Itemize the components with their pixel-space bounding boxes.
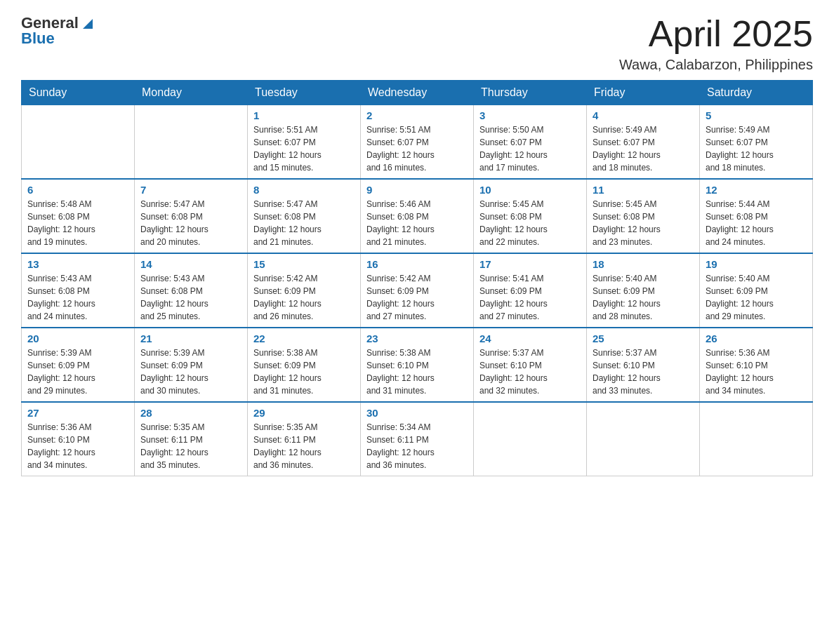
calendar-cell: 13Sunrise: 5:43 AM Sunset: 6:08 PM Dayli… <box>22 253 135 328</box>
calendar-cell <box>700 402 813 476</box>
calendar-header-thursday: Thursday <box>474 81 587 105</box>
calendar-cell: 9Sunrise: 5:46 AM Sunset: 6:08 PM Daylig… <box>361 179 474 253</box>
calendar-week-row: 6Sunrise: 5:48 AM Sunset: 6:08 PM Daylig… <box>22 179 813 253</box>
day-info: Sunrise: 5:49 AM Sunset: 6:07 PM Dayligh… <box>706 123 807 174</box>
day-info: Sunrise: 5:42 AM Sunset: 6:09 PM Dayligh… <box>253 272 355 323</box>
calendar-cell: 27Sunrise: 5:36 AM Sunset: 6:10 PM Dayli… <box>22 402 135 476</box>
calendar-header-tuesday: Tuesday <box>248 81 361 105</box>
calendar-cell: 26Sunrise: 5:36 AM Sunset: 6:10 PM Dayli… <box>700 328 813 402</box>
logo: General Blue <box>21 14 95 48</box>
day-number: 13 <box>27 258 128 270</box>
calendar-cell: 4Sunrise: 5:49 AM Sunset: 6:07 PM Daylig… <box>587 105 700 180</box>
logo-triangle-icon <box>80 16 95 32</box>
calendar-header-row: SundayMondayTuesdayWednesdayThursdayFrid… <box>22 81 813 105</box>
calendar-cell: 12Sunrise: 5:44 AM Sunset: 6:08 PM Dayli… <box>700 179 813 253</box>
day-number: 28 <box>140 407 241 419</box>
calendar-title: April 2025 <box>619 14 813 54</box>
calendar-cell <box>22 105 135 180</box>
calendar-cell: 21Sunrise: 5:39 AM Sunset: 6:09 PM Dayli… <box>135 328 248 402</box>
day-number: 6 <box>27 184 128 196</box>
calendar-cell: 6Sunrise: 5:48 AM Sunset: 6:08 PM Daylig… <box>22 179 135 253</box>
day-info: Sunrise: 5:41 AM Sunset: 6:09 PM Dayligh… <box>479 272 581 323</box>
day-info: Sunrise: 5:35 AM Sunset: 6:11 PM Dayligh… <box>140 421 241 471</box>
day-number: 25 <box>593 333 694 344</box>
day-info: Sunrise: 5:47 AM Sunset: 6:08 PM Dayligh… <box>253 198 355 248</box>
day-info: Sunrise: 5:34 AM Sunset: 6:11 PM Dayligh… <box>366 421 468 471</box>
day-info: Sunrise: 5:39 AM Sunset: 6:09 PM Dayligh… <box>27 347 128 397</box>
day-number: 16 <box>366 258 468 270</box>
day-number: 9 <box>366 184 468 196</box>
calendar-header-monday: Monday <box>135 81 248 105</box>
day-number: 21 <box>140 333 241 344</box>
calendar-cell: 17Sunrise: 5:41 AM Sunset: 6:09 PM Dayli… <box>474 253 587 328</box>
calendar-cell: 8Sunrise: 5:47 AM Sunset: 6:08 PM Daylig… <box>248 179 361 253</box>
calendar-cell <box>474 402 587 476</box>
calendar-cell: 11Sunrise: 5:45 AM Sunset: 6:08 PM Dayli… <box>587 179 700 253</box>
day-number: 2 <box>366 109 468 121</box>
day-number: 30 <box>366 407 468 419</box>
day-number: 3 <box>479 109 581 121</box>
day-number: 12 <box>706 184 807 196</box>
day-info: Sunrise: 5:43 AM Sunset: 6:08 PM Dayligh… <box>140 272 241 323</box>
calendar-cell: 18Sunrise: 5:40 AM Sunset: 6:09 PM Dayli… <box>587 253 700 328</box>
day-number: 15 <box>253 258 355 270</box>
day-number: 20 <box>27 333 128 344</box>
day-info: Sunrise: 5:51 AM Sunset: 6:07 PM Dayligh… <box>366 123 468 174</box>
day-info: Sunrise: 5:38 AM Sunset: 6:10 PM Dayligh… <box>366 347 468 397</box>
calendar-cell <box>135 105 248 180</box>
day-number: 7 <box>140 184 241 196</box>
day-info: Sunrise: 5:46 AM Sunset: 6:08 PM Dayligh… <box>366 198 468 248</box>
logo-blue-text: Blue <box>21 29 55 48</box>
day-info: Sunrise: 5:40 AM Sunset: 6:09 PM Dayligh… <box>706 272 807 323</box>
svg-marker-0 <box>83 19 93 29</box>
day-number: 22 <box>253 333 355 344</box>
calendar-cell: 2Sunrise: 5:51 AM Sunset: 6:07 PM Daylig… <box>361 105 474 180</box>
calendar-cell: 3Sunrise: 5:50 AM Sunset: 6:07 PM Daylig… <box>474 105 587 180</box>
calendar-header-wednesday: Wednesday <box>361 81 474 105</box>
day-number: 19 <box>706 258 807 270</box>
day-number: 17 <box>479 258 581 270</box>
calendar-header-friday: Friday <box>587 81 700 105</box>
day-info: Sunrise: 5:49 AM Sunset: 6:07 PM Dayligh… <box>593 123 694 174</box>
calendar-cell: 14Sunrise: 5:43 AM Sunset: 6:08 PM Dayli… <box>135 253 248 328</box>
day-info: Sunrise: 5:35 AM Sunset: 6:11 PM Dayligh… <box>253 421 355 471</box>
calendar-week-row: 1Sunrise: 5:51 AM Sunset: 6:07 PM Daylig… <box>22 105 813 180</box>
calendar-cell: 28Sunrise: 5:35 AM Sunset: 6:11 PM Dayli… <box>135 402 248 476</box>
calendar-cell: 16Sunrise: 5:42 AM Sunset: 6:09 PM Dayli… <box>361 253 474 328</box>
calendar-header-saturday: Saturday <box>700 81 813 105</box>
day-number: 4 <box>593 109 694 121</box>
calendar-week-row: 20Sunrise: 5:39 AM Sunset: 6:09 PM Dayli… <box>22 328 813 402</box>
calendar-cell: 1Sunrise: 5:51 AM Sunset: 6:07 PM Daylig… <box>248 105 361 180</box>
day-info: Sunrise: 5:40 AM Sunset: 6:09 PM Dayligh… <box>593 272 694 323</box>
day-info: Sunrise: 5:44 AM Sunset: 6:08 PM Dayligh… <box>706 198 807 248</box>
day-info: Sunrise: 5:50 AM Sunset: 6:07 PM Dayligh… <box>479 123 581 174</box>
day-number: 23 <box>366 333 468 344</box>
day-info: Sunrise: 5:36 AM Sunset: 6:10 PM Dayligh… <box>706 347 807 397</box>
day-number: 10 <box>479 184 581 196</box>
calendar-cell: 15Sunrise: 5:42 AM Sunset: 6:09 PM Dayli… <box>248 253 361 328</box>
calendar-cell: 24Sunrise: 5:37 AM Sunset: 6:10 PM Dayli… <box>474 328 587 402</box>
title-block: April 2025 Wawa, Calabarzon, Philippines <box>619 14 813 73</box>
page-header: General Blue April 2025 Wawa, Calabarzon… <box>21 14 813 73</box>
day-info: Sunrise: 5:48 AM Sunset: 6:08 PM Dayligh… <box>27 198 128 248</box>
day-info: Sunrise: 5:37 AM Sunset: 6:10 PM Dayligh… <box>593 347 694 397</box>
day-info: Sunrise: 5:43 AM Sunset: 6:08 PM Dayligh… <box>27 272 128 323</box>
calendar-subtitle: Wawa, Calabarzon, Philippines <box>619 57 813 73</box>
calendar-cell: 20Sunrise: 5:39 AM Sunset: 6:09 PM Dayli… <box>22 328 135 402</box>
day-number: 27 <box>27 407 128 419</box>
day-info: Sunrise: 5:39 AM Sunset: 6:09 PM Dayligh… <box>140 347 241 397</box>
day-number: 5 <box>706 109 807 121</box>
day-number: 24 <box>479 333 581 344</box>
calendar-cell <box>587 402 700 476</box>
day-info: Sunrise: 5:42 AM Sunset: 6:09 PM Dayligh… <box>366 272 468 323</box>
day-info: Sunrise: 5:47 AM Sunset: 6:08 PM Dayligh… <box>140 198 241 248</box>
calendar-cell: 30Sunrise: 5:34 AM Sunset: 6:11 PM Dayli… <box>361 402 474 476</box>
calendar-cell: 7Sunrise: 5:47 AM Sunset: 6:08 PM Daylig… <box>135 179 248 253</box>
day-info: Sunrise: 5:51 AM Sunset: 6:07 PM Dayligh… <box>253 123 355 174</box>
day-info: Sunrise: 5:45 AM Sunset: 6:08 PM Dayligh… <box>479 198 581 248</box>
calendar-cell: 25Sunrise: 5:37 AM Sunset: 6:10 PM Dayli… <box>587 328 700 402</box>
day-number: 18 <box>593 258 694 270</box>
calendar-table: SundayMondayTuesdayWednesdayThursdayFrid… <box>21 80 813 476</box>
calendar-week-row: 27Sunrise: 5:36 AM Sunset: 6:10 PM Dayli… <box>22 402 813 476</box>
calendar-cell: 23Sunrise: 5:38 AM Sunset: 6:10 PM Dayli… <box>361 328 474 402</box>
